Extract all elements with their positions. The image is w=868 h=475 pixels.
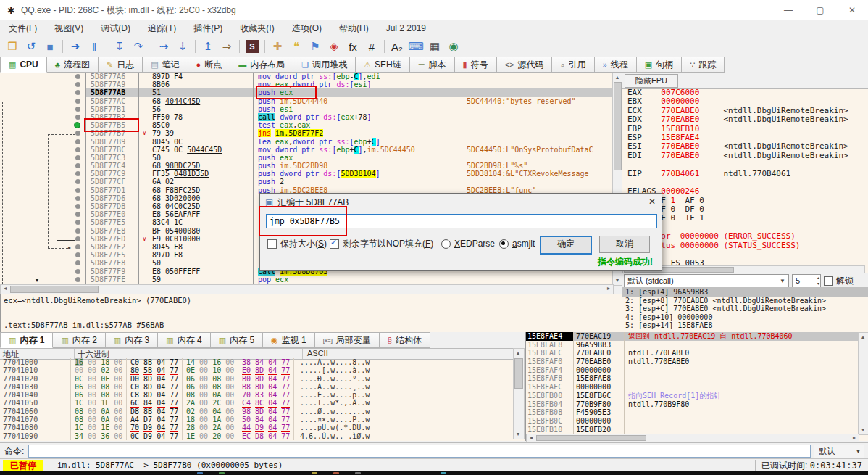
- dump-row[interactable]: 7704109034 00 36 000C D9 04 771E 00 20 0…: [0, 432, 513, 440]
- dump-row[interactable]: 770410801C 00 1E 0070 D9 04 7728 00 2A 0…: [0, 424, 513, 431]
- scroll-down-icon[interactable]: ▾: [514, 431, 522, 438]
- scroll-down-icon[interactable]: ▾: [613, 277, 622, 284]
- stack-row[interactable]: 15E8FAF0770EABE0ntdll.770EABE0: [526, 358, 858, 366]
- register-row[interactable]: EAX 007C6000: [622, 88, 864, 97]
- ok-button[interactable]: 确定: [540, 236, 592, 255]
- argument-row[interactable]: 4: [esp+10] 00000000: [622, 313, 868, 322]
- asmjit-option[interactable]: asmjit: [499, 236, 535, 252]
- restart-icon[interactable]: ↺: [22, 38, 40, 54]
- stack-panel[interactable]: 15E8FAE4770EAC19返回到 ntdll.770EAC19 自 ntd…: [525, 332, 868, 441]
- run-to-user-code-icon[interactable]: ⇒: [218, 38, 235, 54]
- disasm-row[interactable]: 5D8F77CF6A 02push 2: [0, 178, 612, 186]
- label-icon[interactable]: ⚑: [306, 38, 324, 54]
- dialog-title-bar[interactable]: ▣ 汇编于 5D8F77AB ✕: [260, 194, 662, 211]
- argument-row[interactable]: 3: [esp+C] 770EABE0 <ntdll.DbgUiRemoteBr…: [622, 305, 868, 313]
- disasm-row[interactable]: 5D8F77FE59pop ecx: [0, 276, 612, 284]
- minimize-button[interactable]: —: [772, 5, 804, 15]
- cancel-button[interactable]: 取消: [599, 236, 650, 253]
- tab-script[interactable]: ☰脚本: [410, 57, 455, 73]
- menu-item-0[interactable]: 文件(F): [0, 21, 46, 36]
- stack-hscrollbar[interactable]: ◂ ▸: [526, 434, 859, 442]
- xedparse-option[interactable]: XEDParse: [441, 236, 495, 252]
- scroll-up-icon[interactable]: ▴: [613, 74, 622, 81]
- tab-cpu[interactable]: ▦CPU: [0, 57, 47, 73]
- disasm-row[interactable]: 5D8F77B2FF50 78call dword ptr ds:[eax+78…: [0, 113, 612, 121]
- tab-dump4[interactable]: ▥内存 4: [158, 332, 210, 348]
- stack-vscrollbar[interactable]: ▴ ▾: [858, 332, 868, 435]
- menu-item-4[interactable]: 插件(P): [185, 21, 231, 36]
- tab-locals[interactable]: [x=]局部变量: [315, 332, 380, 348]
- dump-row[interactable]: 7704106008 00 0A 00D8 8B 04 7702 00 04 0…: [0, 408, 513, 416]
- internet-icon[interactable]: ◉: [445, 38, 462, 54]
- register-row[interactable]: ESP 15E8FAE4: [622, 133, 864, 142]
- menu-item-7[interactable]: 帮助(H): [330, 21, 377, 36]
- pause-icon[interactable]: ‖: [85, 38, 103, 54]
- disasm-row[interactable]: 5D8F77BCC745 0C 5044C45Dmov dword ptr ss…: [0, 146, 612, 154]
- disasm-row[interactable]: 5D8F77B156push esi: [0, 105, 612, 113]
- tab-source[interactable]: <>源代码: [497, 57, 553, 73]
- stack-row[interactable]: 15E8FAF815E8FAE8: [526, 374, 858, 383]
- stack-row[interactable]: 15E8FB1015E8FB20: [526, 426, 858, 434]
- tab-dump1[interactable]: ▥内存 1: [0, 332, 53, 348]
- tab-watch1[interactable]: ◉监视 1: [263, 332, 315, 348]
- stack-row[interactable]: 15E8FAFC00000000: [526, 383, 858, 392]
- run-icon[interactable]: ➜: [67, 38, 84, 54]
- close-button[interactable]: ✕: [836, 5, 868, 15]
- pager-icon[interactable]: ⌨: [407, 38, 425, 54]
- tab-handles[interactable]: ▣句柄: [637, 57, 682, 73]
- assemble-input[interactable]: [266, 214, 657, 228]
- unlock-checkbox[interactable]: [824, 276, 833, 286]
- disasm-row[interactable]: 5D8F77C468 98BDC25Dpush im.5DC2BD985DC2B…: [0, 162, 612, 170]
- tab-dump3[interactable]: ▥内存 3: [106, 332, 158, 348]
- trace-into-icon[interactable]: ⇣: [174, 38, 191, 54]
- menu-item-5[interactable]: 收藏夹(I): [231, 21, 283, 36]
- tab-references[interactable]: ⌕引用: [552, 57, 594, 73]
- disasm-row[interactable]: 5D8F77A98B06mov eax,dword ptr ds:[esi]: [0, 80, 612, 88]
- register-row[interactable]: EIP 770B4061 ntdll.770B4061: [622, 170, 864, 178]
- scroll-up-icon[interactable]: ▴: [514, 350, 522, 357]
- disasm-row[interactable]: 5D8F77C350push eax: [0, 154, 612, 162]
- argument-row[interactable]: 1: [esp+4] 96A59BB3: [622, 288, 868, 297]
- xedparse-radio[interactable]: [441, 239, 451, 249]
- menu-item-3[interactable]: 追踪(T): [139, 21, 185, 36]
- stack-row[interactable]: 15E8FB04770B9F80ntdll.770B9F80: [526, 400, 858, 409]
- stack-row[interactable]: 15E8FAEC770EABE0ntdll.770EABE0: [526, 349, 858, 358]
- disasm-row[interactable]: 5D8F77C9FF35 0481D35Dpush dword ptr ds:[…: [0, 170, 612, 178]
- hash-icon[interactable]: #: [363, 38, 380, 54]
- keep-size-checkbox[interactable]: [267, 239, 277, 249]
- calculator-icon[interactable]: ▦: [426, 38, 443, 54]
- tab-dump2[interactable]: ▥内存 2: [53, 332, 105, 348]
- stack-row[interactable]: 15E8FB08F45905E3: [526, 408, 858, 417]
- fx-icon[interactable]: fx: [344, 38, 362, 54]
- tab-seh[interactable]: ⚠SEH链: [356, 57, 410, 73]
- register-row[interactable]: EDI 770EABE0 <ntdll.DbgUiRemoteBreakin>: [622, 152, 864, 160]
- tab-notes[interactable]: ▤笔记: [143, 57, 188, 73]
- font-size-icon[interactable]: A₂: [388, 38, 406, 54]
- register-row[interactable]: ESI 770EABE0 <ntdll.DbgUiRemoteBreakin>: [622, 142, 864, 151]
- patch-icon[interactable]: ✚: [269, 38, 286, 54]
- taskbar-icon[interactable]: [197, 472, 203, 474]
- calling-convention-select[interactable]: 默认 (stdcall) ▼: [624, 274, 789, 288]
- scroll-left-icon[interactable]: ◂: [527, 434, 535, 442]
- taskbar-icon[interactable]: [441, 472, 446, 474]
- run-until-icon[interactable]: ⇢: [155, 38, 172, 54]
- scroll-thumb[interactable]: [614, 82, 622, 170]
- tab-call-stack[interactable]: ❏调用堆栈: [293, 57, 356, 73]
- scylla-icon[interactable]: S: [246, 40, 259, 53]
- tab-struct[interactable]: §结构体: [380, 332, 430, 348]
- scroll-right-icon[interactable]: ▸: [850, 434, 859, 442]
- dump-row[interactable]: 7704100016 00 18 00C0 8B 04 7714 00 16 0…: [0, 358, 513, 366]
- asmjit-radio[interactable]: [499, 239, 509, 249]
- scroll-down-icon[interactable]: ▾: [859, 426, 867, 434]
- menu-item-6[interactable]: 选项(O): [283, 21, 330, 36]
- register-row[interactable]: [622, 160, 864, 169]
- disasm-row[interactable]: 5D8F77A6897D F4mov dword ptr ss:[ebp-C],…: [0, 73, 612, 80]
- menu-item-2[interactable]: 调试(D): [92, 21, 139, 36]
- disasm-row[interactable]: 5D8F77B585C0test eax,eax: [0, 121, 612, 129]
- taskbar-icon[interactable]: [219, 472, 225, 474]
- dump-row[interactable]: 770410501C 00 1E 006C 84 04 772A 00 2C 0…: [0, 399, 513, 407]
- command-preset-select[interactable]: 默认 ▼: [814, 445, 864, 458]
- step-over-icon[interactable]: ↷: [130, 38, 147, 54]
- scroll-thumb[interactable]: [10, 286, 99, 293]
- stack-row[interactable]: 15E8FAE896A59BB3: [526, 341, 858, 350]
